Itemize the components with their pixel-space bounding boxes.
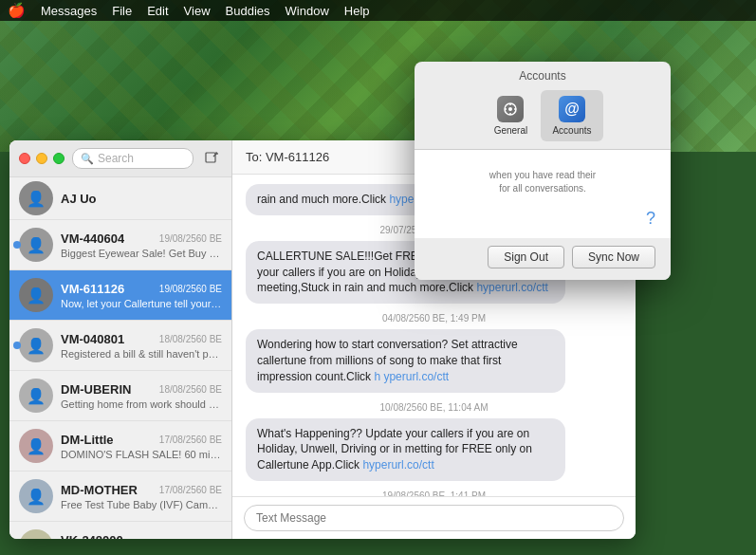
list-item[interactable]: 👤 VK-248000 Offer ending in 3 Days!Get H…	[9, 522, 231, 539]
avatar: 👤	[19, 429, 53, 463]
conv-preview: Free Test Tube Baby (IVF) Camp @ Dhanvan…	[61, 499, 222, 510]
conv-name: MD-MOTHER	[61, 483, 138, 497]
conv-content: VM-440604 19/08/2560 BE Biggest Eyewear …	[61, 231, 222, 259]
menu-window[interactable]: Window	[286, 4, 329, 18]
conv-preview: Biggest Eyewear Sale! Get Buy 1 Get 1 on…	[61, 248, 222, 259]
conv-time: 18/08/2560 BE	[159, 334, 222, 344]
accounts-actions: Sign Out Sync Now	[415, 238, 671, 280]
svg-point-1	[508, 107, 512, 111]
conv-content: VM-040801 18/08/2560 BE Registered a bil…	[61, 332, 222, 360]
conv-content: AJ Uo	[61, 192, 222, 206]
conv-time: 18/08/2560 BE	[159, 384, 222, 395]
general-tab-label: General	[494, 125, 528, 136]
message-link[interactable]: hyperurl.co/ctt	[362, 458, 433, 472]
message-link[interactable]: hyperurl.co/ctt	[476, 281, 547, 294]
conv-preview: Now, let your Callertune tell your calle…	[61, 298, 222, 309]
message-link[interactable]: h yperurl.co/ctt	[374, 370, 449, 383]
conv-content: DM-UBERIN 18/08/2560 BE Getting home fro…	[61, 382, 222, 410]
menu-file[interactable]: File	[112, 4, 132, 18]
list-item[interactable]: 👤 AJ Uo	[9, 177, 231, 220]
unread-indicator	[13, 241, 21, 249]
at-icon: @	[559, 96, 585, 122]
conv-name: VM-040801	[61, 332, 124, 346]
sync-now-button[interactable]: Sync Now	[572, 246, 655, 268]
conversation-list: 👤 AJ Uo 👤 VM-440604 19/08/2560 BE Bigges…	[9, 177, 231, 539]
list-item[interactable]: 👤 DM-UBERIN 18/08/2560 BE Getting home f…	[9, 371, 231, 421]
tab-accounts[interactable]: @ Accounts	[541, 90, 602, 141]
menu-messages[interactable]: Messages	[41, 4, 97, 18]
search-icon: 🔍	[81, 153, 94, 165]
close-button[interactable]	[19, 153, 30, 164]
apple-menu[interactable]: 🍎	[8, 2, 26, 19]
help-icon[interactable]: ?	[646, 209, 655, 228]
avatar: 👤	[19, 278, 53, 312]
conv-content: VK-248000 Offer ending in 3 Days!Get Hyu…	[61, 533, 222, 540]
conv-name: DM-UBERIN	[61, 382, 131, 397]
conv-content: MD-MOTHER 17/08/2560 BE Free Test Tube B…	[61, 483, 222, 510]
conv-preview: Registered a bill & still haven't paid? …	[61, 348, 222, 360]
chat-recipient: To: VM-611126	[246, 150, 329, 164]
message-bubble: What's Happening?? Update your callers i…	[246, 418, 565, 481]
accounts-modal: Accounts General @ Accounts	[415, 62, 671, 280]
accounts-tab-label: Accounts	[552, 125, 591, 136]
conv-content: VM-611126 19/08/2560 BE Now, let your Ca…	[61, 282, 222, 309]
message-date: 10/08/2560 BE, 11:04 AM	[246, 402, 622, 413]
avatar: 👤	[19, 379, 53, 413]
unread-indicator	[13, 342, 21, 349]
accounts-modal-content: when you have read theirfor all conversa…	[415, 149, 671, 238]
search-placeholder: Search	[98, 152, 134, 165]
conv-content: DM-Little 17/08/2560 BE DOMINO'S FLASH S…	[61, 433, 222, 460]
conv-preview: DOMINO'S FLASH SALE! 60 min loot begins …	[61, 449, 222, 460]
menu-bar: 🍎 Messages File Edit View Buddies Window…	[0, 0, 756, 21]
message-bubble: Wondering how to start conversation? Set…	[246, 329, 565, 392]
sidebar: 🔍 Search 👤 AJ Uo	[9, 140, 232, 539]
menu-edit[interactable]: Edit	[147, 4, 168, 18]
traffic-lights	[19, 153, 65, 164]
chat-input-area	[232, 496, 636, 539]
list-item[interactable]: 👤 VM-611126 19/08/2560 BE Now, let your …	[9, 270, 231, 321]
avatar: 👤	[19, 529, 53, 539]
conv-time: 17/08/2560 BE	[159, 485, 222, 495]
svg-rect-6	[206, 153, 215, 162]
conv-preview: Getting home from work should be nothing…	[61, 398, 222, 410]
sidebar-toolbar: 🔍 Search	[9, 140, 231, 177]
compose-button[interactable]	[201, 148, 222, 169]
list-item[interactable]: 👤 MD-MOTHER 17/08/2560 BE Free Test Tube…	[9, 472, 231, 522]
tab-general[interactable]: General	[482, 90, 539, 141]
list-item[interactable]: 👤 VM-440604 19/08/2560 BE Biggest Eyewea…	[9, 220, 231, 270]
message-input[interactable]	[244, 505, 624, 531]
search-box[interactable]: 🔍 Search	[72, 148, 194, 169]
menu-view[interactable]: View	[184, 4, 211, 18]
conv-time: 19/08/2560 BE	[159, 284, 222, 294]
accounts-modal-title: Accounts	[415, 62, 671, 86]
general-icon	[497, 96, 524, 122]
conv-time: 17/08/2560 BE	[159, 435, 222, 445]
conv-name: VM-440604	[61, 231, 124, 246]
avatar: 👤	[19, 181, 53, 215]
message-date: 04/08/2560 BE, 1:49 PM	[246, 313, 622, 324]
list-item[interactable]: 👤 DM-Little 17/08/2560 BE DOMINO'S FLASH…	[9, 421, 231, 472]
list-item[interactable]: 👤 VM-040801 18/08/2560 BE Registered a b…	[9, 321, 231, 371]
conv-name: DM-Little	[61, 433, 114, 447]
avatar: 👤	[19, 479, 53, 513]
conv-name: VM-611126	[61, 282, 124, 296]
conv-name: AJ Uo	[61, 192, 97, 206]
accounts-toolbar: General @ Accounts	[415, 86, 671, 149]
avatar: 👤	[19, 328, 53, 362]
sign-out-button[interactable]: Sign Out	[488, 246, 564, 268]
menu-buddies[interactable]: Buddies	[226, 4, 270, 18]
accounts-content-text: when you have read theirfor all conversa…	[430, 159, 655, 205]
zoom-button[interactable]	[53, 153, 65, 164]
conv-name: VK-248000	[61, 533, 123, 540]
menu-help[interactable]: Help	[344, 4, 370, 18]
conv-time: 19/08/2560 BE	[159, 233, 222, 244]
minimize-button[interactable]	[36, 153, 47, 164]
avatar: 👤	[19, 228, 53, 262]
